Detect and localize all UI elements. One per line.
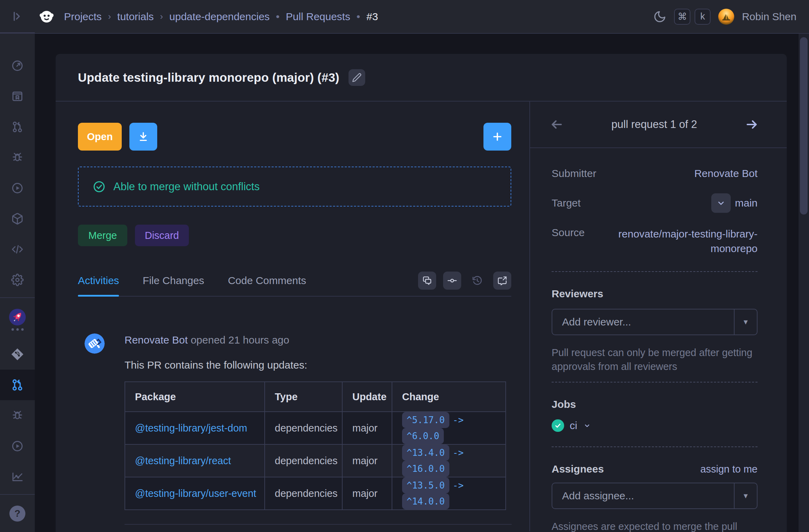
pr-tabs: Activities File Changes Code Comments <box>78 265 511 297</box>
user-avatar[interactable] <box>718 9 734 25</box>
source-label: Source <box>552 227 585 239</box>
breadcrumb-section-pull-requests[interactable]: Pull Requests <box>286 11 350 23</box>
column-header-type: Type <box>265 382 342 412</box>
assignees-note: Assignees are expected to merge the pull <box>552 519 758 532</box>
version-to-chip: ^14.0.0 <box>402 493 449 509</box>
sidebar-expand-icon[interactable] <box>0 0 35 33</box>
discard-button[interactable]: Discard <box>135 225 189 246</box>
nav-pull-requests-icon[interactable] <box>0 112 35 142</box>
dep-change: ^13.4.0->^16.0.0 <box>392 444 506 477</box>
version-from-chip: ^13.5.0 <box>402 477 449 493</box>
nav-dashboards-icon[interactable] <box>0 50 35 81</box>
topbar-actions: ⌘ k Robin Shen <box>653 9 796 25</box>
package-link[interactable]: @testing-library/user-event <box>135 488 256 499</box>
merge-status-text: Able to merge without conflicts <box>113 180 259 193</box>
nav-issues-icon[interactable] <box>0 142 35 173</box>
target-branch-dropdown-icon[interactable] <box>711 193 731 213</box>
toggle-comments-icon[interactable] <box>418 272 436 290</box>
table-header-row: Package Type Update Change <box>125 382 506 412</box>
nav-administration-icon[interactable] <box>0 265 35 295</box>
activity-meta: opened 21 hours ago <box>191 334 289 346</box>
toggle-commits-icon[interactable] <box>443 272 461 290</box>
source-branch-link[interactable]: renovate/major-testing-library-monorepo <box>608 227 758 256</box>
project-issues-icon[interactable] <box>0 400 35 431</box>
dep-update: major <box>342 444 392 477</box>
target-label: Target <box>552 197 580 209</box>
onedev-logo-icon[interactable] <box>38 8 55 25</box>
shortcut-cmd-key[interactable]: ⌘ <box>674 9 690 25</box>
column-header-package: Package <box>125 382 265 412</box>
merge-button[interactable]: Merge <box>78 225 127 246</box>
submitter-value-link[interactable]: Renovate Bot <box>694 168 758 179</box>
nav-projects-icon[interactable] <box>0 81 35 112</box>
pr-main-column: Open <box>56 102 530 531</box>
select-caret-icon: ▼ <box>734 483 757 508</box>
activity-divider <box>125 510 512 525</box>
job-expand-chevron-icon[interactable] <box>583 421 591 430</box>
help-icon[interactable]: ? <box>0 497 35 530</box>
package-link[interactable]: @testing-library/react <box>135 455 231 466</box>
column-header-change: Change <box>392 382 506 412</box>
add-reviewer-select[interactable]: Add reviewer... ▼ <box>552 309 758 335</box>
add-assignee-select[interactable]: Add assignee... ▼ <box>552 483 758 509</box>
edit-title-button[interactable] <box>349 69 365 86</box>
next-pr-arrow-icon[interactable] <box>745 118 759 131</box>
nav-code-search-icon[interactable] <box>0 234 35 265</box>
scrollbar-thumb[interactable] <box>800 37 808 215</box>
assignees-heading-row: Assignees assign to me <box>552 463 758 475</box>
project-more-menu-icon[interactable] <box>11 328 24 331</box>
dep-change: ^5.17.0->^6.0.0 <box>392 412 506 444</box>
section-divider <box>552 382 758 382</box>
user-name[interactable]: Robin Shen <box>742 11 796 23</box>
renovate-bot-avatar <box>85 333 105 354</box>
check-circle-icon <box>93 180 106 193</box>
submitter-row: Submitter Renovate Bot <box>552 168 758 179</box>
breadcrumb-projects[interactable]: Projects <box>64 11 102 23</box>
breadcrumb-chevron-icon: › <box>108 11 111 22</box>
activity-author-link[interactable]: Renovate Bot <box>125 334 188 346</box>
tab-code-comments[interactable]: Code Comments <box>228 265 306 296</box>
source-row: Source renovate/major-testing-library-mo… <box>552 227 758 256</box>
history-icon[interactable] <box>468 272 486 290</box>
reviewers-note: Pull request can only be merged after ge… <box>552 346 758 373</box>
target-branch-link[interactable]: main <box>735 197 758 209</box>
reviewers-heading: Reviewers <box>552 288 758 300</box>
download-patch-button[interactable] <box>129 123 157 151</box>
previous-pr-arrow-icon[interactable] <box>550 118 563 131</box>
activity-header: Renovate Bot opened 21 hours ago <box>125 333 511 347</box>
tab-file-changes[interactable]: File Changes <box>143 265 204 296</box>
project-avatar[interactable] <box>0 300 35 339</box>
breadcrumb-pr-number: #3 <box>366 11 378 23</box>
pr-actions-row: Merge Discard <box>78 225 511 246</box>
pr-side-panel: pull request 1 of 2 Submitter Renovate B… <box>530 102 787 531</box>
project-pull-requests-icon[interactable] <box>0 370 35 400</box>
dep-update: major <box>342 412 392 444</box>
nav-builds-icon[interactable] <box>0 173 35 203</box>
assign-to-me-link[interactable]: assign to me <box>700 464 758 475</box>
project-stats-icon[interactable] <box>0 461 35 492</box>
version-arrow: -> <box>453 448 464 458</box>
add-comment-button[interactable] <box>483 123 511 151</box>
dep-update: major <box>342 477 392 510</box>
breadcrumb-workspace[interactable]: tutorials <box>117 11 154 23</box>
dep-type: dependencies <box>265 477 342 510</box>
tab-tools <box>418 272 511 290</box>
dark-mode-toggle-moon-icon[interactable] <box>653 10 666 23</box>
tab-activities[interactable]: Activities <box>78 265 119 296</box>
changes-since-comment-icon[interactable] <box>493 272 511 290</box>
target-row: Target main <box>552 193 758 213</box>
table-row: @testing-library/user-event dependencies… <box>125 477 506 510</box>
job-ci-link[interactable]: ci <box>570 420 577 432</box>
table-row: @testing-library/react dependencies majo… <box>125 444 506 477</box>
breadcrumb: Projects › tutorials › update-dependenci… <box>64 11 378 23</box>
nav-packages-icon[interactable] <box>0 203 35 234</box>
shortcut-k-key[interactable]: k <box>695 9 711 25</box>
section-divider <box>552 446 758 447</box>
breadcrumb-repo[interactable]: update-dependencies <box>169 11 270 23</box>
project-builds-icon[interactable] <box>0 431 35 461</box>
pr-state-row: Open <box>78 123 511 151</box>
breadcrumb-dot-icon: • <box>357 11 360 23</box>
package-link[interactable]: @testing-library/jest-dom <box>135 422 247 434</box>
project-code-git-icon[interactable] <box>0 339 35 370</box>
dep-type: dependencies <box>265 412 342 444</box>
